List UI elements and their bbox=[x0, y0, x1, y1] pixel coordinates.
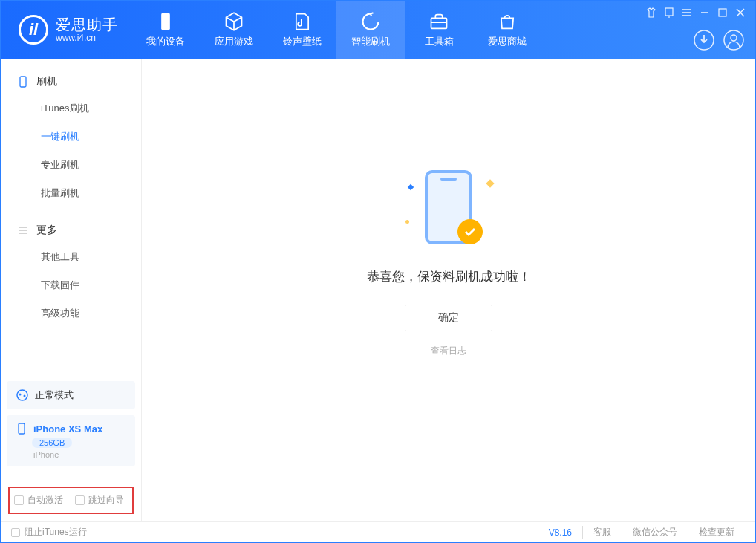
user-circle-icon[interactable] bbox=[723, 29, 745, 51]
sparkle-icon bbox=[408, 183, 414, 189]
sidebar-title-flash: 刷机 bbox=[1, 69, 141, 94]
header-actions bbox=[693, 29, 745, 51]
sidebar-item-oneclick-flash[interactable]: 一键刷机 bbox=[1, 123, 141, 151]
sidebar-item-download-firmware[interactable]: 下载固件 bbox=[1, 271, 141, 299]
checkbox-icon bbox=[75, 495, 85, 505]
sidebar-section-more: 更多 其他工具 下载固件 高级功能 bbox=[1, 207, 141, 328]
device-capacity: 256GB bbox=[32, 438, 72, 448]
top-nav: 我的设备 应用游戏 铃声壁纸 智能刷机 工具箱 爱思商城 bbox=[131, 1, 541, 59]
svg-rect-0 bbox=[161, 13, 170, 30]
refresh-shield-icon bbox=[360, 11, 381, 32]
svg-rect-8 bbox=[719, 9, 726, 16]
checkbox-skip-wizard[interactable]: 跳过向导 bbox=[75, 494, 124, 507]
nav-toolbox[interactable]: 工具箱 bbox=[405, 1, 473, 59]
success-graphic bbox=[404, 164, 493, 253]
sidebar-title-more: 更多 bbox=[1, 218, 141, 243]
device-mode[interactable]: 正常模式 bbox=[7, 381, 135, 409]
svg-rect-2 bbox=[665, 8, 673, 16]
music-file-icon bbox=[292, 11, 313, 32]
sidebar: 刷机 iTunes刷机 一键刷机 专业刷机 批量刷机 更多 其他工具 下载固件 … bbox=[1, 59, 142, 521]
menu-icon[interactable] bbox=[681, 7, 693, 19]
sidebar-item-advanced[interactable]: 高级功能 bbox=[1, 299, 141, 328]
logo[interactable]: il 爱思助手 www.i4.cn bbox=[1, 15, 131, 45]
success-message: 恭喜您，保资料刷机成功啦！ bbox=[367, 268, 531, 285]
statusbar: 阻止iTunes运行 V8.16 客服 微信公众号 检查更新 bbox=[1, 521, 755, 542]
nav-smart-flash[interactable]: 智能刷机 bbox=[336, 1, 405, 59]
toolbox-icon bbox=[428, 11, 449, 32]
minimize-icon[interactable] bbox=[699, 7, 711, 19]
link-support[interactable]: 客服 bbox=[582, 526, 622, 539]
nav-apps-games[interactable]: 应用游戏 bbox=[200, 1, 268, 59]
pin-icon[interactable] bbox=[663, 7, 675, 19]
sidebar-footer-options: 自动激活 跳过向导 bbox=[8, 487, 134, 514]
checkmark-badge-icon bbox=[457, 219, 483, 244]
app-name: 爱思助手 bbox=[56, 16, 118, 33]
phone-icon bbox=[155, 11, 176, 32]
app-url: www.i4.cn bbox=[56, 33, 118, 44]
link-wechat[interactable]: 微信公众号 bbox=[622, 526, 688, 539]
svg-point-18 bbox=[17, 390, 27, 400]
svg-point-12 bbox=[724, 30, 743, 50]
svg-rect-1 bbox=[431, 18, 447, 28]
sparkle-icon bbox=[486, 179, 494, 187]
svg-point-20 bbox=[24, 395, 26, 397]
device-block: 正常模式 iPhone XS Max 256GB iPhone bbox=[7, 381, 135, 466]
checkbox-auto-activate[interactable]: 自动激活 bbox=[14, 494, 63, 507]
logo-icon: il bbox=[19, 15, 48, 45]
checkbox-icon bbox=[11, 528, 20, 537]
link-check-update[interactable]: 检查更新 bbox=[688, 526, 745, 539]
svg-point-19 bbox=[19, 394, 22, 396]
device-name-row: iPhone XS Max bbox=[16, 423, 126, 435]
device-icon bbox=[17, 76, 29, 88]
header: il 爱思助手 www.i4.cn 我的设备 应用游戏 铃声壁纸 智能刷机 工具… bbox=[1, 1, 755, 59]
view-log-link[interactable]: 查看日志 bbox=[431, 345, 466, 357]
logo-text: 爱思助手 www.i4.cn bbox=[56, 16, 118, 44]
maximize-icon[interactable] bbox=[717, 7, 729, 19]
device-type: iPhone bbox=[33, 450, 126, 459]
main: 刷机 iTunes刷机 一键刷机 专业刷机 批量刷机 更多 其他工具 下载固件 … bbox=[1, 59, 755, 521]
checkbox-block-itunes[interactable]: 阻止iTunes运行 bbox=[11, 526, 87, 539]
svg-point-13 bbox=[731, 35, 737, 41]
download-circle-icon[interactable] bbox=[693, 29, 715, 51]
ok-button[interactable]: 确定 bbox=[405, 305, 492, 331]
nav-store[interactable]: 爱思商城 bbox=[473, 1, 541, 59]
svg-rect-21 bbox=[19, 423, 25, 434]
sidebar-item-batch-flash[interactable]: 批量刷机 bbox=[1, 179, 141, 207]
mode-icon bbox=[16, 388, 29, 402]
nav-ringtone-wallpaper[interactable]: 铃声壁纸 bbox=[268, 1, 336, 59]
statusbar-right: V8.16 客服 微信公众号 检查更新 bbox=[549, 526, 745, 539]
nav-my-device[interactable]: 我的设备 bbox=[131, 1, 200, 59]
device-info[interactable]: iPhone XS Max 256GB iPhone bbox=[7, 415, 135, 466]
sidebar-item-itunes-flash[interactable]: iTunes刷机 bbox=[1, 94, 141, 123]
sparkle-icon bbox=[405, 220, 409, 224]
version-label: V8.16 bbox=[549, 527, 572, 538]
cube-icon bbox=[224, 11, 244, 32]
close-icon[interactable] bbox=[734, 7, 746, 19]
checkbox-icon bbox=[14, 495, 24, 505]
sidebar-section-flash: 刷机 iTunes刷机 一键刷机 专业刷机 批量刷机 bbox=[1, 59, 141, 207]
window-controls bbox=[645, 7, 746, 19]
svg-rect-14 bbox=[20, 77, 26, 87]
sidebar-item-other-tools[interactable]: 其他工具 bbox=[1, 243, 141, 271]
shirt-icon[interactable] bbox=[645, 7, 657, 19]
phone-small-icon bbox=[16, 423, 27, 435]
list-icon bbox=[17, 224, 29, 236]
sidebar-item-pro-flash[interactable]: 专业刷机 bbox=[1, 151, 141, 179]
content: 恭喜您，保资料刷机成功啦！ 确定 查看日志 bbox=[142, 59, 755, 521]
bag-icon bbox=[497, 11, 518, 32]
